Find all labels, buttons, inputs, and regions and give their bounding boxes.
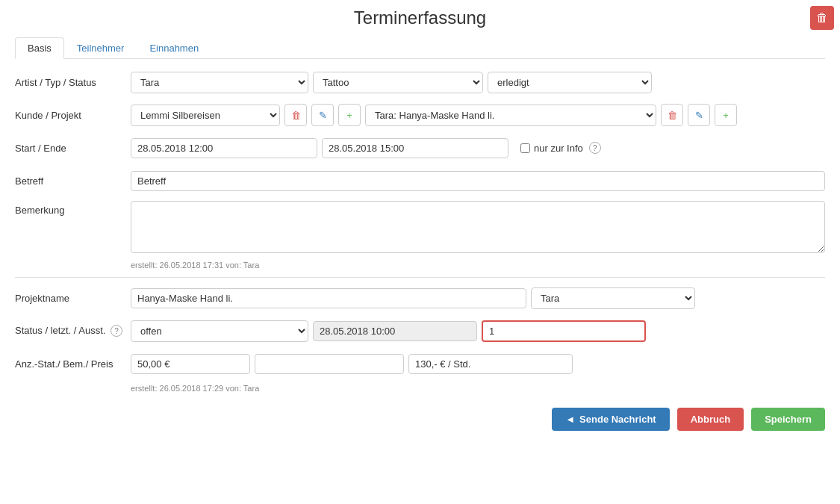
top-delete-button[interactable]: 🗑 [810, 6, 834, 30]
footer-buttons: ◄Sende Nachricht Abbruch Speichern [15, 403, 825, 431]
artist-controls: Tara Tattoo erledigt offen [131, 72, 825, 93]
artist-select[interactable]: Tara [131, 72, 308, 93]
status-bottom-controls: offen erledigt [131, 320, 825, 342]
nur-zur-info-checkbox[interactable] [520, 143, 530, 153]
projekt-select[interactable]: Tara: Hanya-Maske Hand li. [365, 105, 656, 126]
help-icon: ? [589, 142, 601, 154]
preis-input[interactable] [408, 354, 573, 374]
kunde-select[interactable]: Lemmi Silbereisen [131, 105, 280, 126]
bemerkung-label: Bemerkung [15, 201, 131, 216]
bem-input[interactable] [255, 354, 404, 374]
kunde-label: Kunde / Projekt [15, 110, 131, 121]
projektname-row: Projektname Tara [15, 285, 825, 311]
ausst-input[interactable] [482, 320, 646, 342]
kunde-delete-button[interactable]: 🗑 [284, 104, 307, 126]
status-help-icon: ? [111, 325, 122, 337]
artist-row: Artist / Typ / Status Tara Tattoo erledi… [15, 69, 825, 95]
tab-teilnehmer[interactable]: Teilnehmer [64, 37, 137, 58]
kunde-add-button[interactable]: + [338, 104, 361, 126]
status-top-select[interactable]: erledigt offen [488, 72, 652, 93]
betreff-input[interactable] [131, 171, 825, 191]
projektname-artist-select[interactable]: Tara [531, 287, 695, 309]
bemerkung-row: Bemerkung [15, 201, 825, 253]
anz-stat-label: Anz.-Stat./ Bem./ Preis [15, 358, 131, 370]
projekt-delete-button[interactable]: 🗑 [661, 104, 683, 126]
start-end-label: Start / Ende [15, 143, 131, 154]
bemerkung-controls [131, 201, 825, 253]
status-bottom-label: Status / letzt. / Ausst. ? [15, 325, 131, 337]
anz-stat-row: Anz.-Stat./ Bem./ Preis [15, 351, 825, 376]
status-bottom-select[interactable]: offen erledigt [131, 320, 308, 342]
send-nachricht-button[interactable]: ◄Sende Nachricht [552, 408, 669, 431]
abbruch-button[interactable]: Abbruch [677, 408, 744, 431]
status-bottom-row: Status / letzt. / Ausst. ? offen erledig… [15, 318, 825, 343]
send-icon: ◄ [565, 414, 575, 425]
kunde-controls: Lemmi Silbereisen 🗑 ✎ + Tara: Hanya-Mask… [131, 104, 825, 126]
projekt-edit-button[interactable]: ✎ [688, 104, 710, 126]
tab-basis[interactable]: Basis [15, 37, 64, 59]
start-end-controls: nur zur Info ? [131, 138, 825, 158]
page-title: Terminerfassung [15, 7, 825, 28]
projektname-controls: Tara [131, 287, 825, 309]
nur-zur-info-label: nur zur Info [534, 143, 583, 154]
nur-zur-info-row: nur zur Info ? [520, 142, 601, 154]
betreff-row: Betreff [15, 168, 825, 193]
speichern-button[interactable]: Speichern [751, 408, 825, 431]
start-input[interactable] [131, 138, 317, 158]
anz-stat-controls [131, 354, 825, 374]
tab-einnahmen[interactable]: Einnahmen [137, 37, 211, 58]
betreff-label: Betreff [15, 175, 131, 187]
page-wrapper: 🗑 Terminerfassung Basis Teilnehmer Einna… [0, 0, 840, 504]
start-end-row: Start / Ende nur zur Info ? [15, 135, 825, 161]
kunde-edit-button[interactable]: ✎ [311, 104, 334, 126]
anz-stat-input[interactable] [131, 354, 250, 374]
letzte-input [313, 321, 477, 341]
kunde-row: Kunde / Projekt Lemmi Silbereisen 🗑 ✎ + … [15, 102, 825, 128]
created-info-1: erstellt: 26.05.2018 17:31 von: Tara [131, 261, 825, 270]
end-input[interactable] [322, 138, 508, 158]
tabs-container: Basis Teilnehmer Einnahmen [15, 37, 825, 59]
type-select[interactable]: Tattoo [313, 72, 483, 93]
bemerkung-textarea[interactable] [131, 201, 825, 253]
section-divider [15, 277, 825, 278]
artist-label: Artist / Typ / Status [15, 77, 131, 88]
betreff-controls [131, 171, 825, 191]
created-info-2: erstellt: 26.05.2018 17:29 von: Tara [131, 384, 825, 393]
projektname-label: Projektname [15, 293, 131, 304]
projektname-input[interactable] [131, 288, 526, 308]
projekt-add-button[interactable]: + [715, 104, 737, 126]
